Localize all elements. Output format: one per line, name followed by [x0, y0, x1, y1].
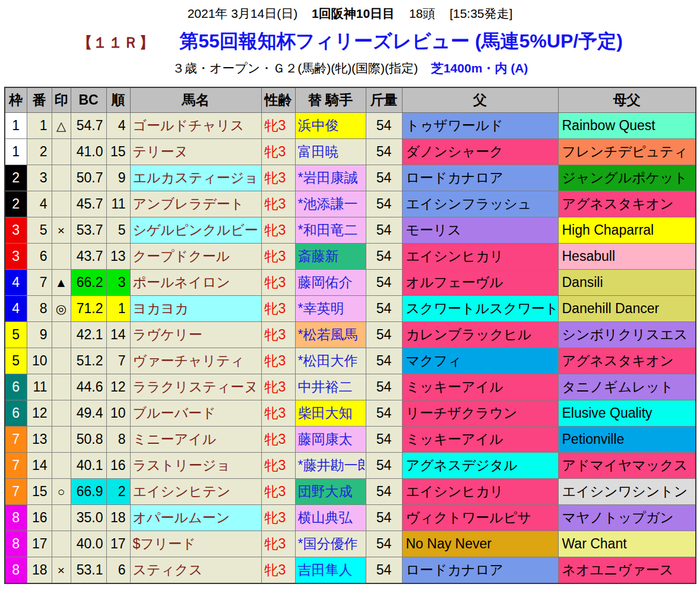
bc-cell: 42.1 — [71, 322, 106, 348]
damsire-cell: Danehill Dancer — [558, 296, 696, 322]
weight-cell: 54 — [366, 296, 402, 322]
sire-cell: ミッキーアイル — [402, 427, 558, 453]
jockey-cell: 藤岡康太 — [295, 427, 366, 453]
waku-cell: 7 — [5, 427, 27, 453]
mark-cell: × — [52, 217, 71, 244]
waku-cell: 6 — [5, 400, 27, 427]
horse-name-cell: クープドクール — [130, 244, 261, 270]
sexage-cell: 牝3 — [261, 505, 295, 531]
num-cell: 11 — [27, 374, 52, 400]
table-row: 81635.018オパールムーン牝3横山典弘54ヴィクトワールピサマヤノトップガ… — [5, 505, 696, 531]
bc-cell: 49.4 — [71, 400, 106, 427]
horse-name-cell: エルカスティージョ — [130, 165, 261, 191]
mark-cell: ◎ — [52, 296, 71, 322]
jockey-cell: *国分優作 — [295, 531, 366, 557]
mark-cell — [52, 322, 71, 348]
waku-cell: 4 — [5, 270, 27, 296]
sexage-cell: 牝3 — [261, 113, 295, 139]
bc-cell: 51.2 — [71, 348, 106, 374]
weight-cell: 54 — [366, 427, 402, 453]
horse-name-cell: ゴールドチャリス — [130, 113, 261, 139]
jockey-cell: 吉田隼人 — [295, 557, 366, 584]
mark-cell — [52, 453, 71, 479]
mark-cell: ○ — [52, 479, 71, 505]
jockey-cell: *幸英明 — [295, 296, 366, 322]
rank-cell: 9 — [106, 165, 130, 191]
table-row: 47▲66.23ポールネイロン牝3藤岡佑介54オルフェーヴルDansili — [5, 270, 696, 296]
col-header-rank: 順 — [106, 87, 130, 113]
col-header-horse: 馬名 — [130, 87, 261, 113]
rank-cell: 18 — [106, 505, 130, 531]
rank-cell: 4 — [106, 113, 130, 139]
damsire-cell: マヤノトップガン — [558, 505, 696, 531]
sire-cell: スクワートルスクワート — [402, 296, 558, 322]
waku-cell: 2 — [5, 191, 27, 217]
sexage-cell: 牝3 — [261, 427, 295, 453]
bc-cell: 41.0 — [71, 139, 106, 165]
damsire-cell: Petionville — [558, 427, 696, 453]
damsire-cell: Rainbow Quest — [558, 113, 696, 139]
num-cell: 18 — [27, 557, 52, 584]
weight-cell: 54 — [366, 453, 402, 479]
weight-cell: 54 — [366, 505, 402, 531]
damsire-cell: アドマイヤマックス — [558, 453, 696, 479]
sire-cell: ロードカナロア — [402, 165, 558, 191]
weight-cell: 54 — [366, 191, 402, 217]
sire-cell: モーリス — [402, 217, 558, 244]
col-header-num: 番 — [27, 87, 52, 113]
rank-cell: 10 — [106, 400, 130, 427]
damsire-cell: Dansili — [558, 270, 696, 296]
horse-name-cell: アンブレラデート — [130, 191, 261, 217]
sire-cell: ダノンシャーク — [402, 139, 558, 165]
bc-cell: 40.0 — [71, 531, 106, 557]
damsire-cell: タニノギムレット — [558, 374, 696, 400]
mark-cell: ▲ — [52, 270, 71, 296]
damsire-cell: アグネスタキオン — [558, 191, 696, 217]
damsire-cell: Elusive Quality — [558, 400, 696, 427]
horse-name-cell: シゲルピンクルビー — [130, 217, 261, 244]
bc-cell: 50.8 — [71, 427, 106, 453]
weight-cell: 54 — [366, 400, 402, 427]
damsire-cell: War Chant — [558, 531, 696, 557]
sire-cell: ミッキーアイル — [402, 374, 558, 400]
weight-cell: 54 — [366, 165, 402, 191]
race-conditions-line: ３歳・オープン・Ｇ２(馬齢)(牝)(国際)(指定) 芝1400m・内 (A) — [0, 60, 700, 77]
jockey-cell: *岩田康誠 — [295, 165, 366, 191]
sire-cell: エイシンフラッシュ — [402, 191, 558, 217]
rank-cell: 8 — [106, 427, 130, 453]
num-cell: 6 — [27, 244, 52, 270]
mark-cell — [52, 505, 71, 531]
bc-cell: 35.0 — [71, 505, 106, 531]
horse-name-cell: ヴァーチャリティ — [130, 348, 261, 374]
sire-cell: No Nay Never — [402, 531, 558, 557]
waku-cell: 7 — [5, 453, 27, 479]
sexage-cell: 牝3 — [261, 217, 295, 244]
sexage-cell: 牝3 — [261, 348, 295, 374]
sexage-cell: 牝3 — [261, 479, 295, 505]
num-cell: 12 — [27, 400, 52, 427]
table-row: 11△54.74ゴールドチャリス牝3浜中俊54トゥザワールドRainbow Qu… — [5, 113, 696, 139]
weight-cell: 54 — [366, 374, 402, 400]
damsire-cell: シンボリクリスエス — [558, 322, 696, 348]
jockey-cell: *和田竜二 — [295, 217, 366, 244]
race-title: 第55回報知杯フィリーズレビュー (馬連5%UP/予定) — [179, 29, 623, 55]
rank-cell: 15 — [106, 139, 130, 165]
table-header-row: 枠 番 印 BC 順 馬名 性齢 替 騎手 斤量 父 母父 — [5, 87, 696, 113]
sexage-cell: 牝3 — [261, 400, 295, 427]
rank-cell: 11 — [106, 191, 130, 217]
bc-cell: 66.2 — [71, 270, 106, 296]
num-cell: 2 — [27, 139, 52, 165]
waku-cell: 1 — [5, 139, 27, 165]
sexage-cell: 牝3 — [261, 165, 295, 191]
waku-cell: 6 — [5, 374, 27, 400]
damsire-cell: ジャングルポケット — [558, 165, 696, 191]
waku-cell: 2 — [5, 165, 27, 191]
bc-cell: 71.2 — [71, 296, 106, 322]
rank-cell: 13 — [106, 244, 130, 270]
bc-cell: 53.7 — [71, 217, 106, 244]
sire-cell: オルフェーヴル — [402, 270, 558, 296]
sire-cell: ヴィクトワールピサ — [402, 505, 558, 531]
sexage-cell: 牝3 — [261, 374, 295, 400]
race-date-line: 2021年 3月14日(日) 1回阪神10日目 18頭 [15:35発走] — [0, 0, 700, 22]
horse-name-cell: スティクス — [130, 557, 261, 584]
